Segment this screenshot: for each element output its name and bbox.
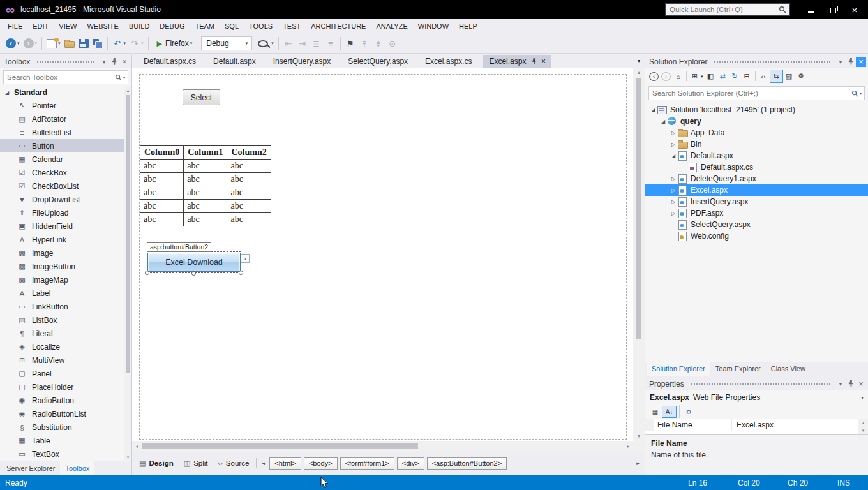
menu-item-view[interactable]: VIEW (54, 19, 82, 34)
tree-item-pdf-aspx[interactable]: ▷ PDF.aspx (645, 207, 868, 219)
toolbox-scrollbar[interactable]: ▴ ▾ (124, 86, 131, 461)
view-button-split[interactable]: ◫ Split (179, 456, 213, 470)
toolbox-item-hiddenfield[interactable]: ▣ HiddenField (0, 219, 125, 233)
document-tab-excel-aspx[interactable]: Excel.aspx × (483, 55, 551, 68)
decrease-indent-button[interactable]: ⇤ (281, 36, 296, 51)
tree-item-bin[interactable]: ▷ Bin (645, 138, 868, 150)
menu-item-tools[interactable]: TOOLS (244, 19, 278, 34)
tag-navigator-item-asp-button-button2[interactable]: <asp:Button#Button2> (427, 457, 507, 470)
alphabetical-button[interactable]: A↓ (662, 406, 677, 418)
view-button-source[interactable]: ‹› Source (213, 456, 255, 470)
scroll-down-icon[interactable]: ▾ (858, 427, 868, 434)
selected-object-dropdown[interactable]: Excel.aspx Web File Properties ▾ (645, 390, 868, 405)
twisty-icon[interactable]: ◢ (649, 107, 657, 113)
toolbox-item-image[interactable]: ▩ Image (0, 246, 125, 260)
menu-item-website[interactable]: WEBSITE (82, 19, 124, 34)
toolbox-item-multiview[interactable]: ⊞ MultiView (0, 353, 125, 367)
uncomment-selection-button[interactable]: ≡ (324, 36, 338, 51)
menu-item-build[interactable]: BUILD (124, 19, 154, 34)
close-icon[interactable]: × (119, 57, 130, 67)
smart-tag-button[interactable]: › (241, 254, 250, 263)
toolbox-item-dropdownlist[interactable]: ▼ DropDownList (0, 193, 125, 206)
twisty-icon[interactable]: ▷ (670, 142, 677, 147)
close-icon[interactable]: × (856, 379, 866, 389)
panel-tab-solution-explorer[interactable]: Solution Explorer (647, 362, 710, 376)
quick-launch-input[interactable] (666, 6, 775, 13)
pin-icon[interactable] (109, 57, 119, 67)
pending-changes-filter-button[interactable]: ◧ (705, 70, 717, 83)
tree-item-excel-aspx[interactable]: ▷ Excel.aspx (645, 184, 868, 196)
document-tab-excel-aspx-cs[interactable]: Excel.aspx.cs × (419, 55, 478, 68)
tag-navigator-item-div[interactable]: <div> (397, 457, 424, 470)
find-in-files-button[interactable]: ▾ (255, 36, 276, 51)
tag-navigator-item-body[interactable]: <body> (304, 457, 338, 470)
toolbox-item-fileupload[interactable]: ⇑ FileUpload (0, 206, 125, 219)
close-icon[interactable]: × (856, 57, 866, 67)
menu-item-edit[interactable]: EDIT (27, 19, 54, 34)
editor-horizontal-scrollbar[interactable]: ◂ ▸ (132, 441, 633, 452)
select-button[interactable]: Select (183, 89, 220, 105)
toolbox-item-substitution[interactable]: § Substitution (0, 420, 125, 434)
toolbox-item-calendar[interactable]: ▦ Calendar (0, 152, 125, 166)
document-tab-default-aspx[interactable]: Default.aspx × (207, 55, 262, 68)
property-pages-button[interactable]: ⚙ (682, 406, 696, 418)
solution-explorer-search-input[interactable] (649, 89, 851, 97)
previous-bookmark-button[interactable]: ⇞ (357, 36, 371, 51)
File Name[interactable]: File Name Excel.aspx (645, 419, 858, 431)
pin-icon[interactable] (532, 58, 537, 64)
document-tab-default-aspx-cs[interactable]: Default.aspx.cs × (137, 55, 202, 68)
toolbox-item-panel[interactable]: ▢ Panel (0, 367, 125, 380)
navigate-forward-button[interactable]: › (660, 70, 672, 83)
menu-item-architecture[interactable]: ARCHITECTURE (306, 19, 371, 34)
navigate-forward-button[interactable]: › ▾ (22, 36, 40, 51)
increase-indent-button[interactable]: ⇥ (296, 36, 310, 51)
properties-button[interactable]: ⚙ (795, 70, 807, 83)
design-surface[interactable]: Select Column0Column1Column2 abcabcabcab… (132, 68, 633, 441)
toolbox-item-listbox[interactable]: ▤ ListBox (0, 313, 125, 327)
panel-tab-toolbox[interactable]: Toolbox (60, 461, 94, 475)
toolbox-section-standard[interactable]: ◢ Standard (0, 86, 131, 99)
menu-item-team[interactable]: TEAM (190, 19, 220, 34)
window-position-icon[interactable]: ▾ (835, 379, 846, 389)
tag-navigator-item-html[interactable]: <html> (269, 457, 301, 470)
tab-list-dropdown-icon[interactable]: ▾ (633, 55, 645, 68)
scrollbar-thumb[interactable] (142, 443, 418, 449)
tree-item-insertquery-aspx[interactable]: ▷ InsertQuery.aspx (645, 196, 868, 207)
restore-button[interactable] (822, 0, 844, 19)
start-debug-button[interactable]: ▶ Firefox ▾ (153, 36, 197, 51)
toolbox-item-linkbutton[interactable]: ▭ LinkButton (0, 300, 125, 313)
scrollbar-thumb[interactable] (636, 78, 641, 339)
quick-launch[interactable] (665, 3, 790, 16)
toolbox-item-checkbox[interactable]: ☑ CheckBox (0, 166, 125, 179)
editor-vertical-scrollbar[interactable]: ▴ ▾ (633, 68, 645, 441)
twisty-icon[interactable]: ◢ (659, 119, 667, 124)
tree-item-default-aspx[interactable]: ◢ Default.aspx (645, 150, 868, 161)
excel-download-button[interactable]: Excel Download (147, 253, 241, 272)
clear-bookmarks-button[interactable]: ⊘ (385, 36, 400, 51)
tree-item-selectquery-aspx[interactable]: SelectQuery.aspx (645, 219, 868, 230)
toolbox-item-radiobuttonlist[interactable]: ◉ RadioButtonList (0, 407, 125, 420)
tree-item-query[interactable]: ◢ query (645, 115, 868, 127)
toolbox-item-checkboxlist[interactable]: ☑ CheckBoxList (0, 179, 125, 193)
save-all-button[interactable] (91, 36, 105, 51)
window-position-icon[interactable]: ▾ (99, 57, 109, 67)
pin-icon[interactable] (846, 379, 856, 389)
menu-item-help[interactable]: HELP (454, 19, 483, 34)
window-position-icon[interactable]: ▾ (835, 57, 846, 67)
property-value[interactable]: Excel.aspx (732, 419, 858, 431)
scroll-up-icon[interactable]: ▴ (124, 86, 131, 94)
menu-item-test[interactable]: TEST (278, 19, 306, 34)
sync-with-selection-button[interactable]: ⇄ (717, 70, 729, 83)
menu-item-analyze[interactable]: ANALYZE (371, 19, 412, 34)
navigate-backward-button[interactable]: ‹ (648, 70, 660, 83)
navigate-backward-button[interactable]: ‹ ▾ (4, 36, 22, 51)
comment-selection-button[interactable]: ≣ (310, 36, 324, 51)
twisty-icon[interactable]: ▷ (670, 176, 677, 182)
document-tab-insertquery-aspx[interactable]: InsertQuery.aspx × (267, 55, 337, 68)
twisty-icon[interactable]: ▷ (670, 199, 677, 205)
toolbox-item-literal[interactable]: ¶ Literal (0, 327, 125, 340)
toolbox-search[interactable]: ▾ (3, 70, 128, 84)
save-button[interactable] (77, 36, 91, 51)
resize-handle[interactable] (191, 271, 196, 276)
pin-icon[interactable] (846, 57, 856, 67)
